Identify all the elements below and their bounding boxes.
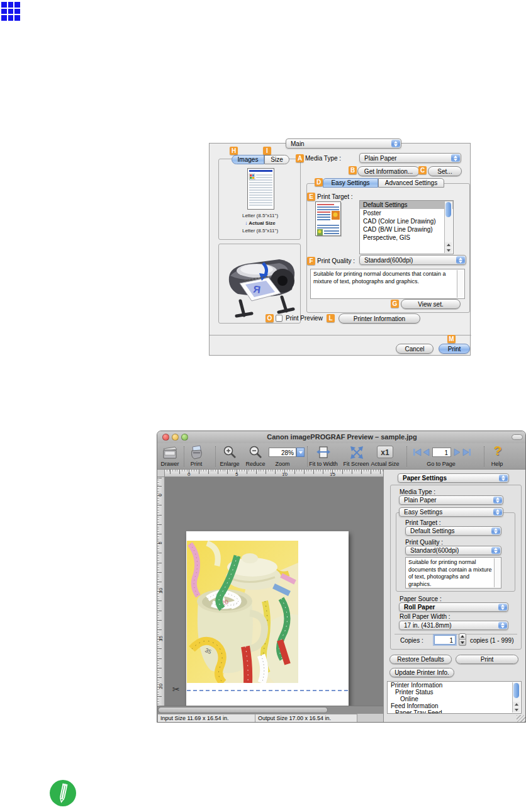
- output-size-status: Output Size 17.00 x 16.54 in.: [255, 714, 357, 723]
- fit-screen-button[interactable]: Fit Screen: [343, 461, 369, 467]
- tab-advanced-settings[interactable]: Advanced Settings: [378, 178, 444, 188]
- panel-print-button[interactable]: Print: [456, 655, 518, 664]
- ruler-label: 10: [158, 588, 164, 594]
- first-page-icon[interactable]: [413, 448, 422, 457]
- scroll-up-icon[interactable]: [513, 702, 520, 707]
- tab-size[interactable]: Size: [264, 155, 289, 164]
- description-scrollbar[interactable]: [457, 270, 464, 298]
- divider: [210, 335, 471, 336]
- print-quality-dropdown[interactable]: Standard(600dpi): [405, 546, 501, 555]
- marker-m: M: [447, 335, 456, 343]
- horizontal-scrollbar[interactable]: [157, 706, 383, 714]
- cancel-button[interactable]: Cancel: [396, 344, 434, 354]
- print-preview-checkbox[interactable]: [276, 315, 283, 322]
- get-information-button[interactable]: Get Information...: [357, 166, 420, 176]
- copies-field[interactable]: 1: [434, 635, 456, 645]
- print-toolbar-button[interactable]: Print: [191, 461, 203, 467]
- list-scrollbar[interactable]: [512, 682, 520, 713]
- drawer-icon[interactable]: [162, 445, 178, 460]
- fit-screen-icon[interactable]: [349, 445, 364, 460]
- divider: [394, 634, 517, 634]
- scroll-down-icon[interactable]: [445, 248, 452, 253]
- paper-source-value: Roll Paper: [404, 604, 435, 611]
- quality-description-box: Suitable for printing normal documents t…: [405, 557, 501, 589]
- list-item[interactable]: Perspective, GIS: [360, 234, 453, 242]
- print-icon[interactable]: [189, 444, 204, 461]
- last-page-icon[interactable]: [462, 448, 471, 457]
- popup-arrows-icon: [491, 547, 500, 554]
- stepper-down-icon[interactable]: [459, 640, 466, 646]
- next-page-icon[interactable]: [454, 448, 461, 457]
- restore-defaults-button[interactable]: Restore Defaults: [389, 655, 452, 664]
- scrollbar-thumb[interactable]: [513, 683, 519, 698]
- page-number-field[interactable]: 1: [432, 448, 451, 457]
- print-quality-value: Standard(600dpi): [410, 547, 459, 554]
- preview-window: Canon imagePROGRAF Preview – sample.jpg …: [157, 431, 526, 723]
- help-button[interactable]: Help: [491, 461, 503, 467]
- title-bar[interactable]: Canon imagePROGRAF Preview – sample.jpg: [157, 431, 526, 443]
- goto-page-label: Go to Page: [427, 461, 456, 467]
- settings-mode-dropdown[interactable]: Easy Settings: [399, 507, 503, 517]
- media-type-dropdown[interactable]: Plain Paper: [399, 495, 503, 505]
- media-type-dropdown[interactable]: Plain Paper: [359, 153, 461, 163]
- set-button[interactable]: Set...: [428, 166, 462, 176]
- printer-illustration-box: R: [218, 244, 301, 324]
- ruler-label: 5: [157, 541, 163, 544]
- description-scrollbar[interactable]: [494, 558, 500, 587]
- popup-arrows-icon: [498, 604, 507, 611]
- quality-description-box: Suitable for printing normal documents t…: [310, 269, 465, 299]
- print-target-dropdown[interactable]: Default Settings: [405, 526, 501, 536]
- tab-images[interactable]: Images: [232, 155, 264, 164]
- popup-arrows-icon: [491, 527, 500, 534]
- drawer-button[interactable]: Drawer: [160, 461, 179, 467]
- zoom-value-field[interactable]: 28%: [269, 448, 296, 457]
- panel-mode-dropdown[interactable]: Paper Settings: [398, 473, 509, 483]
- print-quality-dropdown[interactable]: Standard(600dpi): [359, 255, 466, 265]
- list-item[interactable]: Default Settings: [360, 201, 453, 209]
- fit-to-width-icon[interactable]: [316, 445, 331, 460]
- list-scrollbar[interactable]: [444, 201, 452, 253]
- roll-width-dropdown[interactable]: 17 in. (431.8mm): [399, 621, 508, 630]
- copies-stepper[interactable]: [459, 633, 466, 646]
- grid-icon: [1, 2, 20, 21]
- print-target-label: Print Target :: [317, 193, 353, 200]
- tab-easy-settings[interactable]: Easy Settings: [323, 178, 378, 188]
- printer-info-list[interactable]: Printer Information Printer Status Onlin…: [387, 681, 522, 714]
- list-item[interactable]: CAD (B/W Line Drawing): [360, 225, 453, 234]
- update-printer-info-button[interactable]: Update Printer Info.: [389, 668, 454, 677]
- stepper-up-icon[interactable]: [459, 633, 466, 640]
- paper-source-dropdown[interactable]: Roll Paper: [399, 602, 508, 612]
- list-item[interactable]: CAD (Color Line Drawing): [360, 217, 453, 225]
- zoom-dropdown-icon[interactable]: [296, 448, 305, 457]
- help-icon[interactable]: ?: [491, 443, 504, 460]
- scrollbar-thumb[interactable]: [158, 707, 328, 713]
- scroll-down-icon[interactable]: [513, 708, 520, 713]
- marker-g: G: [391, 300, 399, 308]
- pane-select-dropdown[interactable]: Main: [286, 138, 401, 149]
- fit-to-width-button[interactable]: Fit to Width: [309, 461, 338, 467]
- list-item[interactable]: Poster: [360, 209, 453, 217]
- enlarge-button[interactable]: Enlarge: [220, 461, 239, 467]
- actual-size-icon[interactable]: x1: [377, 446, 393, 458]
- scroll-up-icon[interactable]: [445, 242, 452, 247]
- print-target-list[interactable]: Default Settings Poster CAD (Color Line …: [359, 200, 454, 254]
- print-button[interactable]: Print: [439, 344, 470, 354]
- popup-arrows-icon: [493, 497, 502, 504]
- vertical-ruler: 0 5 10 15 20: [157, 477, 165, 706]
- preview-canvas[interactable]: 0 5 10 15 0 5 10 15 20: [157, 470, 383, 706]
- reduce-button[interactable]: Reduce: [245, 461, 265, 467]
- reduce-icon[interactable]: [249, 445, 264, 460]
- printer-information-button[interactable]: Printer Information: [339, 313, 420, 324]
- resize-grip[interactable]: [517, 715, 525, 723]
- toolbar-pill-button[interactable]: [512, 434, 523, 440]
- print-target-thumbnail: [315, 201, 342, 237]
- scrollbar-thumb[interactable]: [445, 202, 451, 217]
- list-item: Online: [388, 696, 521, 702]
- previous-page-icon[interactable]: [422, 448, 430, 457]
- scissors-icon: ✂: [172, 684, 180, 694]
- horizontal-ruler: 0 5 10 15: [165, 470, 383, 477]
- view-set-button[interactable]: View set.: [401, 299, 461, 309]
- actual-size-button[interactable]: Actual Size: [371, 461, 399, 467]
- note-icon: [49, 779, 77, 807]
- enlarge-icon[interactable]: [223, 445, 238, 460]
